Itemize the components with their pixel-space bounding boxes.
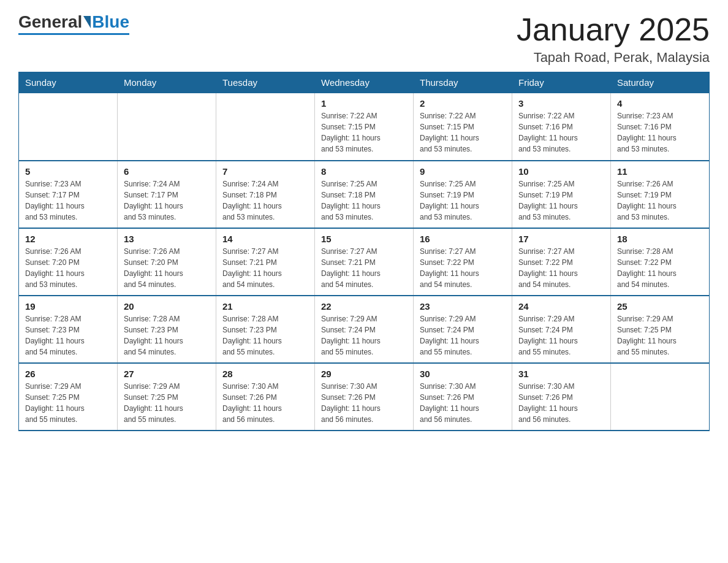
calendar-cell: 10Sunrise: 7:25 AM Sunset: 7:19 PM Dayli… [512,161,611,228]
logo: General Blue [18,12,129,35]
calendar-table: SundayMondayTuesdayWednesdayThursdayFrid… [18,72,710,431]
calendar-week-row: 12Sunrise: 7:26 AM Sunset: 7:20 PM Dayli… [19,228,710,296]
calendar-cell [216,93,315,161]
day-number: 27 [124,369,210,379]
day-info: Sunrise: 7:24 AM Sunset: 7:18 PM Dayligh… [222,178,308,223]
day-number: 12 [25,234,111,244]
day-info: Sunrise: 7:28 AM Sunset: 7:23 PM Dayligh… [25,313,111,358]
calendar-cell: 14Sunrise: 7:27 AM Sunset: 7:21 PM Dayli… [216,228,315,296]
day-number: 5 [25,166,111,177]
calendar-cell: 27Sunrise: 7:29 AM Sunset: 7:25 PM Dayli… [118,363,216,431]
calendar-cell: 4Sunrise: 7:23 AM Sunset: 7:16 PM Daylig… [611,93,710,161]
logo-underline [18,33,129,35]
day-number: 25 [617,301,703,312]
day-info: Sunrise: 7:23 AM Sunset: 7:16 PM Dayligh… [617,110,703,155]
calendar-week-row: 1Sunrise: 7:22 AM Sunset: 7:15 PM Daylig… [19,93,710,161]
calendar-cell: 28Sunrise: 7:30 AM Sunset: 7:26 PM Dayli… [216,363,315,431]
day-info: Sunrise: 7:25 AM Sunset: 7:19 PM Dayligh… [518,178,604,223]
calendar-cell: 24Sunrise: 7:29 AM Sunset: 7:24 PM Dayli… [512,296,611,363]
calendar-cell: 9Sunrise: 7:25 AM Sunset: 7:19 PM Daylig… [414,161,512,228]
day-number: 1 [321,98,407,109]
weekday-header-friday: Friday [512,72,611,93]
weekday-header-thursday: Thursday [414,72,512,93]
calendar-cell: 2Sunrise: 7:22 AM Sunset: 7:15 PM Daylig… [414,93,512,161]
day-info: Sunrise: 7:22 AM Sunset: 7:15 PM Dayligh… [420,110,506,155]
calendar-cell: 17Sunrise: 7:27 AM Sunset: 7:22 PM Dayli… [512,228,611,296]
day-info: Sunrise: 7:26 AM Sunset: 7:19 PM Dayligh… [617,178,703,223]
month-title: January 2025 [517,12,710,47]
calendar-cell: 19Sunrise: 7:28 AM Sunset: 7:23 PM Dayli… [19,296,118,363]
day-info: Sunrise: 7:26 AM Sunset: 7:20 PM Dayligh… [25,246,111,290]
weekday-header-saturday: Saturday [611,72,710,93]
day-number: 8 [321,166,407,177]
day-number: 16 [420,234,506,244]
title-section: January 2025 Tapah Road, Perak, Malaysia [517,12,710,66]
calendar-cell: 13Sunrise: 7:26 AM Sunset: 7:20 PM Dayli… [118,228,216,296]
calendar-cell: 16Sunrise: 7:27 AM Sunset: 7:22 PM Dayli… [414,228,512,296]
day-info: Sunrise: 7:25 AM Sunset: 7:18 PM Dayligh… [321,178,407,223]
day-number: 24 [518,301,604,312]
calendar-header-row: SundayMondayTuesdayWednesdayThursdayFrid… [19,72,710,93]
calendar-cell: 23Sunrise: 7:29 AM Sunset: 7:24 PM Dayli… [414,296,512,363]
day-info: Sunrise: 7:30 AM Sunset: 7:26 PM Dayligh… [420,381,506,425]
logo-blue-text: Blue [92,12,129,32]
day-info: Sunrise: 7:29 AM Sunset: 7:25 PM Dayligh… [124,381,210,425]
day-number: 15 [321,234,407,244]
day-number: 2 [420,98,506,109]
day-number: 17 [518,234,604,244]
day-number: 31 [518,369,604,379]
calendar-cell: 26Sunrise: 7:29 AM Sunset: 7:25 PM Dayli… [19,363,118,431]
calendar-cell [611,363,710,431]
day-info: Sunrise: 7:28 AM Sunset: 7:23 PM Dayligh… [124,313,210,358]
day-info: Sunrise: 7:23 AM Sunset: 7:17 PM Dayligh… [25,178,111,223]
day-info: Sunrise: 7:30 AM Sunset: 7:26 PM Dayligh… [222,381,308,425]
day-info: Sunrise: 7:22 AM Sunset: 7:16 PM Dayligh… [518,110,604,155]
day-info: Sunrise: 7:27 AM Sunset: 7:22 PM Dayligh… [518,246,604,290]
day-info: Sunrise: 7:27 AM Sunset: 7:22 PM Dayligh… [420,246,506,290]
calendar-cell: 20Sunrise: 7:28 AM Sunset: 7:23 PM Dayli… [118,296,216,363]
day-number: 10 [518,166,604,177]
calendar-cell: 8Sunrise: 7:25 AM Sunset: 7:18 PM Daylig… [315,161,414,228]
day-info: Sunrise: 7:26 AM Sunset: 7:20 PM Dayligh… [124,246,210,290]
day-number: 22 [321,301,407,312]
day-number: 11 [617,166,703,177]
day-info: Sunrise: 7:29 AM Sunset: 7:24 PM Dayligh… [420,313,506,358]
day-number: 28 [222,369,308,379]
day-number: 21 [222,301,308,312]
day-number: 14 [222,234,308,244]
day-info: Sunrise: 7:27 AM Sunset: 7:21 PM Dayligh… [321,246,407,290]
day-info: Sunrise: 7:22 AM Sunset: 7:15 PM Dayligh… [321,110,407,155]
day-number: 30 [420,369,506,379]
calendar-cell: 25Sunrise: 7:29 AM Sunset: 7:25 PM Dayli… [611,296,710,363]
day-number: 7 [222,166,308,177]
day-number: 20 [124,301,210,312]
day-info: Sunrise: 7:29 AM Sunset: 7:25 PM Dayligh… [25,381,111,425]
calendar-cell: 1Sunrise: 7:22 AM Sunset: 7:15 PM Daylig… [315,93,414,161]
day-info: Sunrise: 7:29 AM Sunset: 7:25 PM Dayligh… [617,313,703,358]
weekday-header-monday: Monday [118,72,216,93]
day-number: 19 [25,301,111,312]
calendar-cell: 6Sunrise: 7:24 AM Sunset: 7:17 PM Daylig… [118,161,216,228]
calendar-cell: 7Sunrise: 7:24 AM Sunset: 7:18 PM Daylig… [216,161,315,228]
day-info: Sunrise: 7:30 AM Sunset: 7:26 PM Dayligh… [321,381,407,425]
day-info: Sunrise: 7:29 AM Sunset: 7:24 PM Dayligh… [518,313,604,358]
calendar-cell: 5Sunrise: 7:23 AM Sunset: 7:17 PM Daylig… [19,161,118,228]
day-number: 26 [25,369,111,379]
calendar-cell [118,93,216,161]
day-number: 18 [617,234,703,244]
day-info: Sunrise: 7:25 AM Sunset: 7:19 PM Dayligh… [420,178,506,223]
calendar-cell: 12Sunrise: 7:26 AM Sunset: 7:20 PM Dayli… [19,228,118,296]
day-number: 6 [124,166,210,177]
calendar-cell: 30Sunrise: 7:30 AM Sunset: 7:26 PM Dayli… [414,363,512,431]
weekday-header-tuesday: Tuesday [216,72,315,93]
day-info: Sunrise: 7:28 AM Sunset: 7:23 PM Dayligh… [222,313,308,358]
day-number: 13 [124,234,210,244]
calendar-cell: 18Sunrise: 7:28 AM Sunset: 7:22 PM Dayli… [611,228,710,296]
calendar-cell: 29Sunrise: 7:30 AM Sunset: 7:26 PM Dayli… [315,363,414,431]
weekday-header-sunday: Sunday [19,72,118,93]
day-number: 3 [518,98,604,109]
day-number: 29 [321,369,407,379]
logo-triangle-icon [83,16,91,28]
location-title: Tapah Road, Perak, Malaysia [517,50,710,66]
calendar-cell: 3Sunrise: 7:22 AM Sunset: 7:16 PM Daylig… [512,93,611,161]
